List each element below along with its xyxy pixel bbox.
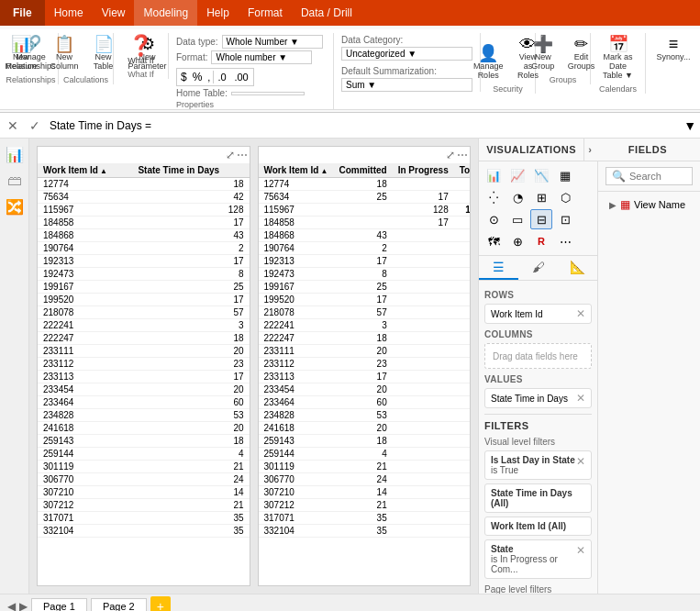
viz-funnel[interactable]: ⬡ (554, 187, 576, 207)
table-row[interactable]: 2334542020 (259, 383, 471, 396)
table-row[interactable]: 1848581717 (259, 217, 471, 229)
left-col-workitem[interactable]: Work Item Id (38, 163, 132, 178)
menu-format[interactable]: Format (239, 0, 292, 26)
table-row[interactable]: 22224133 (259, 319, 471, 332)
table-row[interactable]: 23311317 (38, 371, 250, 383)
right-col-total[interactable]: Total (454, 163, 470, 178)
home-table-dropdown[interactable] (231, 92, 305, 95)
formula-dropdown-arrow[interactable]: ▼ (683, 118, 696, 133)
panel-expand-icon[interactable]: › (584, 139, 595, 161)
viz-clustered-bar[interactable]: ▦ (554, 165, 576, 185)
menu-data-drill[interactable]: Data / Drill (292, 0, 361, 26)
filter-lastday-remove[interactable]: ✕ (576, 455, 585, 468)
table-row[interactable]: 2348285353 (259, 409, 471, 422)
table-row[interactable]: 18486843 (38, 229, 250, 242)
table-row[interactable]: 115967128 (38, 204, 250, 217)
table-row[interactable]: 2591431818 (259, 435, 471, 448)
data-category-dropdown[interactable]: Uncategorized ▼ (341, 47, 472, 61)
right-col-inprogress[interactable]: In Progress (393, 163, 454, 178)
table-row[interactable]: 1991672525 (259, 281, 471, 294)
menu-modeling[interactable]: Modeling (134, 0, 197, 26)
table-row[interactable]: 24161820 (38, 422, 250, 435)
synonyms-button[interactable]: ≡ Synony... (652, 33, 695, 64)
nav-prev-button[interactable]: ◀ (7, 600, 16, 612)
viz-tab-analytics[interactable]: 📐 (558, 256, 597, 280)
table-row[interactable]: 1923131717 (259, 255, 471, 268)
menu-help[interactable]: Help (197, 0, 239, 26)
table-row[interactable]: 19231317 (38, 255, 250, 268)
viz-map[interactable]: 🗺 (483, 231, 505, 251)
table-row[interactable]: 1907642 (38, 242, 250, 255)
viz-area[interactable]: 📉 (530, 165, 552, 185)
table-row[interactable]: 30677024 (38, 473, 250, 486)
mark-as-date-table-button[interactable]: 📅 Mark as Date Table ▼ (598, 33, 638, 83)
table-row[interactable]: 2591444 (38, 448, 250, 461)
left-table-scroll[interactable]: Work Item Id State Time in Days 12774187… (38, 163, 250, 585)
filter-card-lastday[interactable]: Is Last Day in State is True ✕ (484, 450, 592, 480)
more-options-icon[interactable]: ⋯ (237, 149, 248, 161)
add-page-button[interactable]: + (150, 596, 171, 612)
filter-card-state[interactable]: State is In Progress or Com... ✕ (484, 539, 592, 579)
table-row[interactable]: 23311120 (38, 345, 250, 358)
viz-stacked-bar[interactable]: 📊 (483, 165, 505, 185)
filter-card-workitem[interactable]: Work Item Id (All) (484, 517, 592, 536)
table-row[interactable]: 30111921 (38, 461, 250, 473)
table-row[interactable]: 2334646060 (259, 396, 471, 409)
table-row[interactable]: 30721221 (38, 499, 250, 512)
rows-field-remove[interactable]: ✕ (576, 307, 585, 320)
table-row[interactable]: 3321043535 (259, 525, 471, 538)
format-dropdown[interactable]: Whole number ▼ (211, 50, 312, 64)
viz-pie[interactable]: ◔ (506, 187, 528, 207)
table-row[interactable]: 7563442 (38, 191, 250, 204)
viz-filled-map[interactable]: ⊕ (506, 231, 528, 251)
left-col-statedays[interactable]: State Time in Days (132, 163, 249, 178)
new-measure-button[interactable]: 📊 New Measure (0, 33, 41, 73)
table-row[interactable]: 1277418 (38, 178, 250, 191)
right-col-workitem[interactable]: Work Item Id (259, 163, 334, 178)
page-2-tab[interactable]: Page 2 (91, 598, 147, 612)
comma-btn[interactable]: , (205, 71, 213, 83)
right-col-committed[interactable]: Committed (333, 163, 392, 178)
viz-matrix[interactable]: ⊡ (554, 209, 576, 229)
new-column-button[interactable]: 📋 New Column (45, 33, 83, 73)
table-row[interactable]: 30721014 (38, 486, 250, 499)
viz-gauge[interactable]: ⊙ (483, 209, 505, 229)
table-row[interactable]: 2331112020 (259, 345, 471, 358)
filter-card-statedays[interactable]: State Time in Days (All) (484, 483, 592, 513)
table-row[interactable]: 3170713535 (259, 512, 471, 525)
expand-icon[interactable]: ⤢ (226, 149, 235, 161)
table-row[interactable]: 1848684343 (259, 229, 471, 242)
menu-home[interactable]: Home (45, 0, 93, 26)
viz-tab-format[interactable]: 🖌 (518, 256, 558, 280)
table-row[interactable]: 33210435 (38, 525, 250, 538)
table-row[interactable]: 19952017 (38, 294, 250, 306)
right-more-options-icon[interactable]: ⋯ (457, 149, 468, 161)
table-row[interactable]: 2222471818 (259, 332, 471, 345)
viz-r[interactable]: R (530, 231, 552, 251)
columns-drop-zone[interactable]: Drag data fields here (484, 343, 592, 369)
search-input[interactable] (629, 171, 686, 182)
table-row[interactable]: 19247388 (259, 268, 471, 281)
table-row[interactable]: 115967128128 (259, 204, 471, 217)
table-row[interactable]: 3072122121 (259, 499, 471, 512)
viz-card[interactable]: ▭ (506, 209, 528, 229)
fields-tree-view-name[interactable]: ▶ ▦ View Name (606, 195, 693, 214)
viz-more[interactable]: ⋯ (554, 231, 576, 251)
table-row[interactable]: 23311223 (38, 358, 250, 371)
decimal-up-btn[interactable]: .00 (231, 71, 250, 83)
menu-file[interactable]: File (0, 0, 45, 26)
table-row[interactable]: 18485817 (38, 217, 250, 229)
formula-close-button[interactable]: ✕ (4, 118, 22, 133)
table-row[interactable]: 23482853 (38, 409, 250, 422)
data-type-dropdown[interactable]: Whole Number ▼ (222, 35, 323, 49)
table-row[interactable]: 23345420 (38, 383, 250, 396)
table-row[interactable]: 21807857 (38, 306, 250, 319)
table-row[interactable]: 25914444 (259, 448, 471, 461)
table-row[interactable]: 1924738 (38, 268, 250, 281)
table-row[interactable]: 22224718 (38, 332, 250, 345)
filter-state-remove[interactable]: ✕ (576, 544, 585, 557)
currency-btn[interactable]: $ (178, 70, 190, 84)
viz-tab-fields[interactable]: ☰ (479, 256, 518, 280)
model-view-icon[interactable]: 🔀 (6, 198, 24, 216)
table-row[interactable]: 2222413 (38, 319, 250, 332)
